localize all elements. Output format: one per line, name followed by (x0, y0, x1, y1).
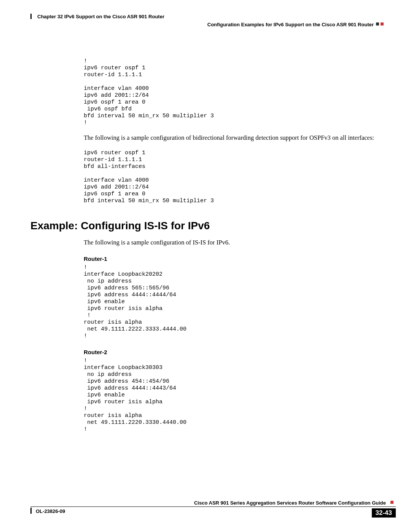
page-footer: Cisco ASR 901 Series Aggregation Service… (30, 500, 396, 518)
heading-router-2: Router-2 (84, 349, 384, 355)
footer-guide-text: Cisco ASR 901 Series Aggregation Service… (194, 500, 386, 506)
square-marker-icon (381, 22, 384, 26)
code-block-router-2: ! interface Loopback30303 no ip address … (84, 358, 384, 433)
chapter-label: Chapter 32 IPv6 Support on the Cisco ASR… (37, 14, 384, 19)
section-text: Configuration Examples for IPv6 Support … (207, 22, 374, 27)
footer-bar-marker (30, 508, 32, 514)
footer-guide-title: Cisco ASR 901 Series Aggregation Service… (30, 500, 396, 507)
footer-doc-id: OL-23826-09 (30, 508, 65, 514)
section-label: Configuration Examples for IPv6 Support … (30, 22, 384, 27)
page-number: 32-43 (372, 508, 396, 518)
code-block-ospf-single: ! ipv6 router ospf 1 router-id 1.1.1.1 i… (84, 58, 384, 126)
square-marker-icon (390, 501, 393, 504)
square-marker-icon (376, 22, 379, 26)
code-block-ospf-all: ipv6 router ospf 1 router-id 1.1.1.1 bfd… (84, 150, 384, 204)
header-corner-markers (376, 22, 384, 26)
doc-id-text: OL-23826-09 (36, 508, 65, 514)
header-bar-marker (30, 14, 32, 19)
heading-example-isis: Example: Configuring IS-IS for IPv6 (30, 220, 384, 232)
heading-router-1: Router-1 (84, 256, 384, 262)
paragraph-ospf-all: The following is a sample configuration … (84, 134, 384, 142)
page-header: Chapter 32 IPv6 Support on the Cisco ASR… (30, 14, 384, 27)
code-block-router-1: ! interface Loopback20202 no ip address … (84, 264, 384, 340)
paragraph-isis: The following is a sample configuration … (84, 239, 384, 247)
